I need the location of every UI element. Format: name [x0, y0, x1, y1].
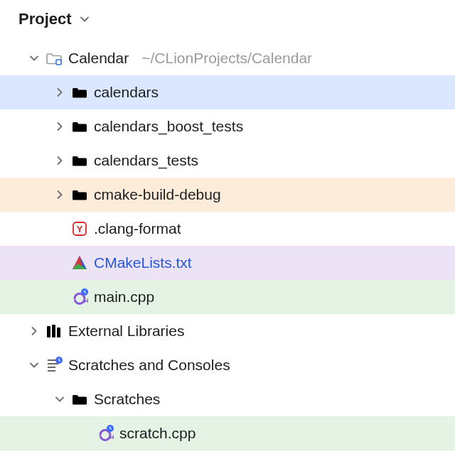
chevron-down-icon	[79, 13, 90, 25]
folder-icon	[70, 392, 90, 406]
tree-node-file-scratch-cpp[interactable]: scratch.cpp	[0, 416, 455, 450]
node-label: Calendar	[68, 50, 129, 67]
chevron-right-icon[interactable]	[24, 325, 44, 337]
node-label: CMakeLists.txt	[94, 254, 192, 271]
chevron-right-icon[interactable]	[50, 87, 70, 98]
tree-node-folder-boost-tests[interactable]: calendars_boost_tests	[0, 109, 455, 144]
tree-node-folder-calendars[interactable]: calendars	[0, 75, 455, 109]
node-label: scratch.cpp	[119, 425, 196, 442]
chevron-down-icon[interactable]	[24, 359, 44, 371]
tree-node-folder-scratches[interactable]: Scratches	[0, 382, 455, 416]
chevron-down-icon[interactable]	[50, 394, 70, 405]
folder-icon	[70, 119, 90, 134]
node-label: main.cpp	[94, 288, 154, 305]
node-label: calendars	[94, 84, 159, 101]
node-label: Scratches	[94, 391, 160, 408]
panel-title: Project	[18, 10, 72, 28]
tree-node-folder-cmake-build-debug[interactable]: cmake-build-debug	[0, 178, 455, 212]
yaml-file-icon	[70, 220, 90, 237]
tree-node-external-libraries[interactable]: External Libraries	[0, 314, 455, 348]
folder-icon	[70, 153, 90, 168]
tree-node-folder-tests[interactable]: calendars_tests	[0, 144, 455, 178]
chevron-right-icon[interactable]	[50, 189, 70, 200]
project-tree: Calendar ~/CLionProjects/Calendar calend…	[0, 41, 455, 450]
tree-node-file-clang-format[interactable]: .clang-format	[0, 212, 455, 246]
node-label: calendars_boost_tests	[94, 118, 243, 135]
cmake-file-icon	[70, 254, 90, 271]
node-label: cmake-build-debug	[94, 186, 221, 203]
node-label: .clang-format	[94, 220, 181, 237]
node-label: External Libraries	[68, 323, 184, 340]
tree-node-project-root[interactable]: Calendar ~/CLionProjects/Calendar	[0, 41, 455, 75]
tree-node-scratches-and-consoles[interactable]: Scratches and Consoles	[0, 348, 455, 382]
chevron-right-icon[interactable]	[50, 155, 70, 166]
panel-header[interactable]: Project	[0, 0, 455, 41]
cpp-scratch-file-icon	[95, 425, 115, 442]
folder-icon	[70, 85, 90, 99]
libraries-icon	[44, 323, 64, 340]
tree-node-file-main-cpp[interactable]: main.cpp	[0, 280, 455, 314]
module-folder-icon	[44, 51, 64, 65]
tree-node-file-cmakelists[interactable]: CMakeLists.txt	[0, 246, 455, 280]
node-label: Scratches and Consoles	[68, 357, 230, 374]
scratches-icon	[44, 357, 64, 374]
node-label: calendars_tests	[94, 152, 198, 169]
chevron-right-icon[interactable]	[50, 121, 70, 132]
excluded-folder-icon	[70, 188, 90, 202]
chevron-down-icon[interactable]	[24, 53, 44, 64]
node-path: ~/CLionProjects/Calendar	[141, 50, 312, 67]
cpp-file-icon	[70, 288, 90, 305]
